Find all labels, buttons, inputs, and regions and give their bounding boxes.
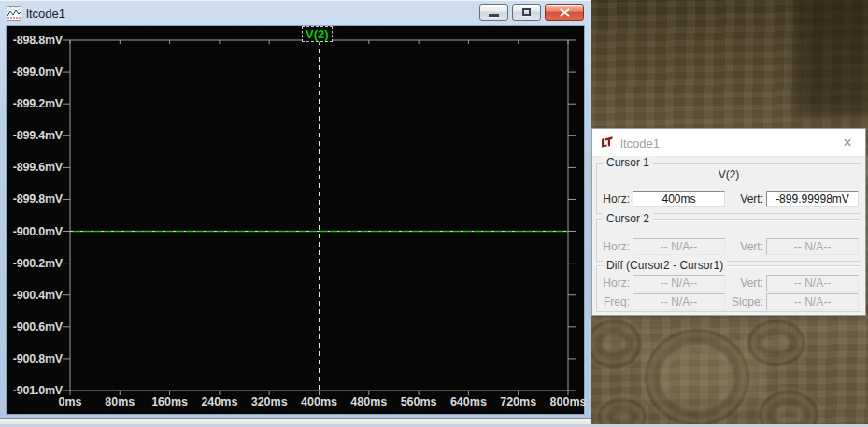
- cursor1-row: Horz: Vert:: [599, 190, 859, 207]
- y-axis-label: -899.2mV: [7, 97, 63, 110]
- restore-button[interactable]: [512, 4, 541, 21]
- waveform-plot-area[interactable]: V(2) -898.8mV-899.0mV-899.2mV-899.4mV-89…: [7, 26, 584, 414]
- window-controls: [479, 4, 584, 21]
- wallpaper-ring: [645, 329, 749, 426]
- y-axis-label: -900.0mV: [7, 225, 63, 238]
- cursor2-horz-field: [633, 238, 725, 255]
- diff-horz-label: Horz:: [599, 277, 633, 290]
- cursor2-row: Horz: Vert:: [599, 237, 859, 255]
- waveform-window: ltcode1 V(2) -898.8mV-899.0mV-899.2mV-89…: [0, 0, 591, 418]
- y-axis-label: -898.8mV: [7, 34, 63, 47]
- cursor-dialog: ltcode1 × Cursor 1 V(2) Horz: Vert: Curs…: [592, 129, 865, 315]
- cursor2-group: Cursor 2 Horz: Vert:: [596, 219, 861, 262]
- restore-icon: [522, 8, 531, 16]
- ltspice-logo-icon: [600, 135, 615, 150]
- waveform-app-icon: [7, 6, 21, 21]
- x-axis-label: 800ms: [538, 395, 598, 408]
- cursor1-group: Cursor 1 V(2) Horz: Vert:: [596, 163, 861, 214]
- close-button[interactable]: [545, 4, 584, 21]
- diff-slope-label: Slope:: [725, 295, 766, 308]
- dialog-close-icon[interactable]: ×: [837, 134, 858, 152]
- y-axis-label: -900.4mV: [7, 289, 63, 302]
- y-axis-label: -899.6mV: [7, 161, 63, 174]
- y-axis-label: -900.2mV: [7, 257, 63, 270]
- minimize-button[interactable]: [479, 4, 508, 21]
- y-axis-label: -900.6mV: [7, 320, 63, 334]
- diff-group: Diff (Cursor2 - Cursor1) Horz: Vert: Fre…: [596, 265, 861, 312]
- diff-freq-field: [633, 293, 725, 310]
- diff-horz-field: [633, 275, 725, 292]
- wallpaper-ring: [598, 398, 647, 427]
- cursor2-horz-label: Horz:: [599, 240, 633, 253]
- cursor-dialog-title: ltcode1: [620, 136, 660, 150]
- cursor1-trace-name: V(2): [597, 168, 861, 181]
- cursor1-vert-field[interactable]: [766, 191, 859, 207]
- diff-slope-field: [766, 293, 859, 310]
- wallpaper-ring: [587, 320, 641, 368]
- waveform-window-titlebar[interactable]: ltcode1: [0, 0, 591, 26]
- cursor1-vert-label: Vert:: [725, 192, 766, 206]
- cursor1-horz-label: Horz:: [599, 192, 633, 206]
- diff-group-label: Diff (Cursor2 - Cursor1): [603, 259, 727, 272]
- diff-vert-label: Vert:: [725, 277, 766, 290]
- diff-row-1: Horz: Vert:: [599, 274, 859, 292]
- y-axis-label: -899.0mV: [7, 65, 63, 78]
- diff-vert-field: [766, 275, 859, 292]
- cursor1-horz-field[interactable]: [633, 191, 725, 207]
- cursor2-vert-label: Vert:: [725, 240, 766, 253]
- minimize-icon: [489, 14, 499, 17]
- waveform-window-title: ltcode1: [26, 7, 65, 21]
- cursor-dialog-titlebar[interactable]: ltcode1 ×: [592, 129, 865, 157]
- wallpaper-ring: [747, 320, 805, 366]
- wallpaper-ring: [759, 391, 818, 427]
- diff-row-2: Freq: Slope:: [599, 292, 859, 310]
- cursor1-group-label: Cursor 1: [603, 156, 653, 169]
- y-axis-label: -899.4mV: [7, 129, 63, 142]
- y-axis-label: -899.8mV: [7, 192, 63, 206]
- diff-freq-label: Freq:: [599, 295, 633, 308]
- close-icon: [560, 8, 570, 17]
- trace-legend-v2[interactable]: V(2): [302, 26, 333, 42]
- cursor2-group-label: Cursor 2: [603, 212, 653, 225]
- cursor2-vert-field: [766, 238, 859, 255]
- y-axis-label: -900.8mV: [7, 352, 63, 365]
- wallpaper-dark-patch: [796, 0, 868, 117]
